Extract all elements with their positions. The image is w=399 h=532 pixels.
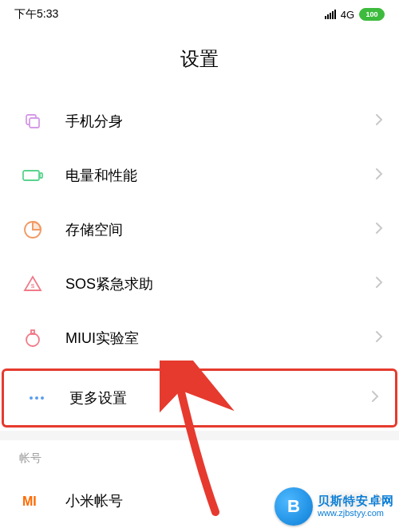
highlight-annotation: 更多设置	[2, 368, 397, 428]
watermark-badge: B 贝斯特安卓网 www.zjbstyy.com	[275, 487, 394, 526]
row-second-space[interactable]: 手机分身	[0, 94, 399, 148]
svg-point-10	[41, 396, 44, 400]
section-divider	[0, 431, 399, 440]
dots-horizontal-icon	[23, 384, 50, 412]
section-header-account: 帐号	[0, 440, 399, 474]
status-time: 下午5:33	[14, 7, 58, 22]
network-label: 4G	[341, 9, 354, 21]
row-sync[interactable]: 同步	[0, 528, 399, 532]
page-title: 设置	[0, 29, 399, 94]
flask-icon	[19, 325, 46, 352]
row-battery-perf[interactable]: 电量和性能	[0, 148, 399, 203]
row-label: 手机分身	[65, 112, 375, 131]
svg-text:$: $	[31, 282, 35, 290]
chevron-right-icon	[375, 113, 383, 129]
svg-point-6	[26, 333, 39, 346]
status-right: 4G 100	[325, 8, 385, 21]
battery-icon: 100	[359, 8, 385, 21]
signal-icon	[325, 10, 336, 19]
svg-text:MI: MI	[22, 495, 37, 508]
warning-triangle-icon: $	[19, 270, 46, 298]
svg-rect-7	[31, 330, 34, 334]
svg-point-9	[35, 396, 38, 400]
row-label: 更多设置	[69, 388, 371, 408]
chevron-right-icon	[375, 222, 383, 238]
svg-point-8	[30, 396, 33, 400]
svg-rect-1	[30, 118, 39, 128]
row-label: MIUI实验室	[65, 329, 375, 348]
row-sos[interactable]: $ SOS紧急求助	[0, 257, 399, 311]
svg-rect-2	[23, 171, 39, 180]
row-label: 电量和性能	[65, 166, 375, 185]
settings-list: 手机分身 电量和性能 存储空间	[0, 94, 399, 532]
row-miui-lab[interactable]: MIUI实验室	[0, 311, 399, 365]
battery-level: 100	[359, 8, 385, 21]
watermark-name: 贝斯特安卓网	[318, 494, 394, 508]
chevron-right-icon	[375, 330, 383, 346]
status-bar: 下午5:33 4G 100	[0, 0, 399, 29]
watermark-logo-icon: B	[275, 487, 313, 526]
copy-icon	[19, 108, 46, 135]
chevron-right-icon	[375, 167, 383, 183]
pie-chart-icon	[19, 216, 46, 243]
row-storage[interactable]: 存储空间	[0, 203, 399, 257]
mi-logo-icon: MI	[19, 487, 46, 514]
row-more-settings[interactable]: 更多设置	[4, 371, 395, 425]
svg-rect-3	[40, 173, 42, 178]
chevron-right-icon	[371, 390, 379, 406]
row-label: 存储空间	[65, 220, 375, 239]
watermark-url: www.zjbstyy.com	[318, 508, 394, 518]
chevron-right-icon	[375, 276, 383, 292]
battery-landscape-icon	[19, 162, 46, 189]
row-label: SOS紧急求助	[65, 274, 375, 294]
